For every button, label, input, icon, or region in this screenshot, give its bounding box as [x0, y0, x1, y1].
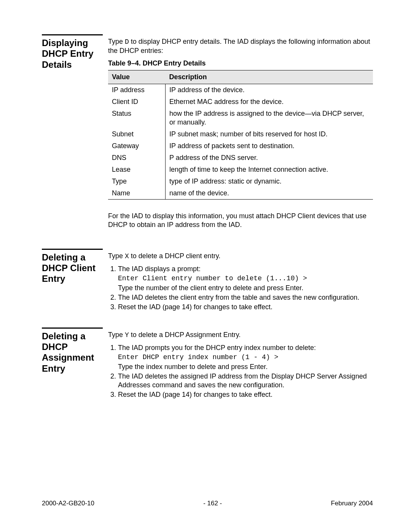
footer-page-number: - 162 - [203, 499, 222, 508]
intro-paragraph: Type X to delete a DHCP client entry. [108, 252, 373, 261]
section-content: Type X to delete a DHCP client entry. Th… [108, 249, 373, 312]
text: Type [108, 252, 125, 260]
side-heading: Deleting a DHCP Cli­ent Entry [42, 249, 103, 284]
table-row: IP addressIP address of the device. [108, 84, 373, 96]
table-row: Leaselength of time to keep the Internet… [108, 164, 373, 176]
cell-description: IP address of the device. [166, 84, 373, 96]
table-header-row: Value Description [108, 70, 373, 84]
table-row: Namename of the device. [108, 187, 373, 200]
steps-list: The IAD prompts you for the DHCP entry i… [108, 343, 373, 399]
text: Type [108, 331, 125, 339]
cell-description: IP address of packets sent to destinatio… [166, 140, 373, 152]
section-content: Type D to display DHCP entry details. Th… [108, 34, 373, 233]
list-item: The IAD deletes the assigned IP address … [118, 372, 373, 390]
list-item: The IAD deletes the client entry from th… [118, 293, 373, 302]
cell-description: Ethernet MAC address for the device. [166, 96, 373, 108]
list-item: Reset the IAD (page 14) for changes to t… [118, 390, 373, 399]
text: to delete a DHCP Assignment Entry. [129, 331, 241, 339]
cell-description: how the IP address is assigned to the de… [166, 108, 373, 128]
dhcp-entry-details-table: Value Description IP addressIP address o… [108, 70, 373, 200]
th-description: Description [166, 70, 373, 84]
table-row: SubnetIP subnet mask; number of bits res… [108, 128, 373, 140]
key-literal: X [125, 252, 129, 260]
text: Type the number of the client entry to d… [118, 284, 303, 292]
note-paragraph: For the IAD to display this information,… [108, 212, 373, 229]
cell-value: IP address [108, 84, 166, 96]
cell-value: Client ID [108, 96, 166, 108]
cell-value: DNS [108, 152, 166, 164]
side-heading: Displaying DHCP Entry Details [42, 34, 103, 70]
th-value: Value [108, 70, 166, 84]
cell-value: Name [108, 187, 166, 200]
table-row: GatewayIP address of packets sent to des… [108, 140, 373, 152]
cell-description: name of the device. [166, 187, 373, 200]
table-caption: Table 9–4. DHCP Entry Details [108, 59, 373, 68]
list-item: The IAD prompts you for the DHCP entry i… [118, 343, 373, 371]
table-row: Typetype of IP address: static or dynami… [108, 176, 373, 187]
side-heading: Deleting a DHCP Assign­ment Entry [42, 328, 103, 374]
footer-date: February 2004 [331, 499, 373, 508]
text: to display DHCP entry details. The IAD d… [108, 38, 370, 54]
section-deleting-dhcp-client-entry: Deleting a DHCP Cli­ent Entry Type X to … [42, 249, 373, 312]
cell-value: Gateway [108, 140, 166, 152]
cell-value: Type [108, 176, 166, 187]
text: Type [108, 38, 125, 45]
cell-value: Status [108, 108, 166, 128]
table-row: DNSP address of the DNS server. [108, 152, 373, 164]
list-item: The IAD displays a prompt: Enter Client … [118, 265, 373, 292]
cell-description: type of IP address: static or dynamic. [166, 176, 373, 187]
section-deleting-dhcp-assignment-entry: Deleting a DHCP Assign­ment Entry Type Y… [42, 328, 373, 400]
text: The IAD displays a prompt: [118, 265, 201, 273]
cell-value: Subnet [108, 128, 166, 140]
intro-paragraph: Type D to display DHCP entry details. Th… [108, 37, 373, 55]
cell-description: P address of the DNS server. [166, 152, 373, 164]
cell-value: Lease [108, 164, 166, 176]
text: to delete a DHCP client entry. [129, 252, 220, 260]
key-literal: Y [125, 331, 129, 339]
steps-list: The IAD displays a prompt: Enter Client … [108, 265, 373, 312]
text: The IAD prompts you for the DHCP entry i… [118, 344, 316, 351]
page: Displaying DHCP Entry Details Type D to … [0, 0, 411, 532]
table-row: Statushow the IP address is assigned to … [108, 108, 373, 128]
cell-description: length of time to keep the Internet conn… [166, 164, 373, 176]
terminal-prompt: Enter Client entry number to delete (1..… [118, 274, 373, 283]
cell-description: IP subnet mask; number of bits reserved … [166, 128, 373, 140]
footer-doc-id: 2000-A2-GB20-10 [42, 499, 94, 508]
table-row: Client IDEthernet MAC address for the de… [108, 96, 373, 108]
terminal-prompt: Enter DHCP entry index number (1 - 4) > [118, 353, 373, 362]
intro-paragraph: Type Y to delete a DHCP Assignment Entry… [108, 331, 373, 340]
text: Type the index number to delete and pres… [118, 363, 268, 371]
list-item: Reset the IAD (page 14) for changes to t… [118, 303, 373, 312]
key-literal: D [125, 38, 129, 46]
page-footer: 2000-A2-GB20-10 - 162 - February 2004 [42, 499, 373, 508]
section-content: Type Y to delete a DHCP Assignment Entry… [108, 328, 373, 400]
section-displaying-dhcp-entry-details: Displaying DHCP Entry Details Type D to … [42, 34, 373, 233]
